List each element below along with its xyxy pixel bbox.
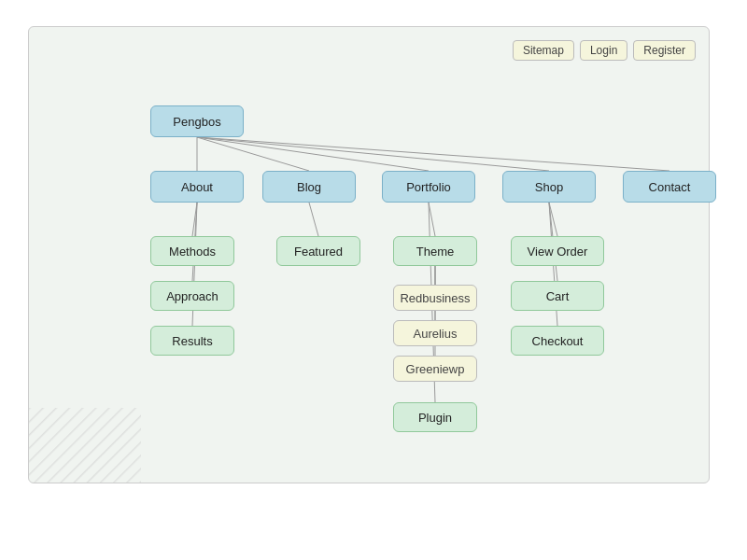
node-root[interactable]: Pengbos <box>150 105 244 137</box>
sitemap-container: SitemapLoginRegister PengbosAboutBlogPor… <box>28 26 710 483</box>
node-checkout[interactable]: Checkout <box>511 326 604 356</box>
node-cart[interactable]: Cart <box>511 281 604 311</box>
node-blog[interactable]: Blog <box>262 171 356 203</box>
diagonal-decoration <box>29 408 141 483</box>
node-greeniewp[interactable]: Greeniewp <box>393 356 477 382</box>
svg-line-9 <box>429 203 435 236</box>
node-shop[interactable]: Shop <box>502 171 596 203</box>
node-about[interactable]: About <box>150 171 244 203</box>
tree-wrapper: PengbosAboutBlogPortfolioShopContactMeth… <box>48 49 690 451</box>
node-theme[interactable]: Theme <box>393 236 477 266</box>
svg-line-5 <box>192 203 197 236</box>
svg-line-1 <box>197 137 309 171</box>
node-featured[interactable]: Featured <box>276 236 360 266</box>
node-vieworder[interactable]: View Order <box>511 236 604 266</box>
svg-line-3 <box>197 137 549 171</box>
svg-line-14 <box>549 203 557 236</box>
svg-line-8 <box>309 203 318 236</box>
svg-rect-18 <box>29 408 141 483</box>
node-plugin[interactable]: Plugin <box>393 402 477 432</box>
node-aurelius[interactable]: Aurelius <box>393 320 477 346</box>
svg-line-4 <box>197 137 669 171</box>
node-redbusiness[interactable]: Redbusiness <box>393 285 477 311</box>
node-results[interactable]: Results <box>150 326 234 356</box>
svg-line-2 <box>197 137 429 171</box>
node-approach[interactable]: Approach <box>150 281 234 311</box>
node-portfolio[interactable]: Portfolio <box>382 171 475 203</box>
page-title <box>0 0 747 26</box>
node-contact[interactable]: Contact <box>623 171 716 203</box>
node-methods[interactable]: Methods <box>150 236 234 266</box>
